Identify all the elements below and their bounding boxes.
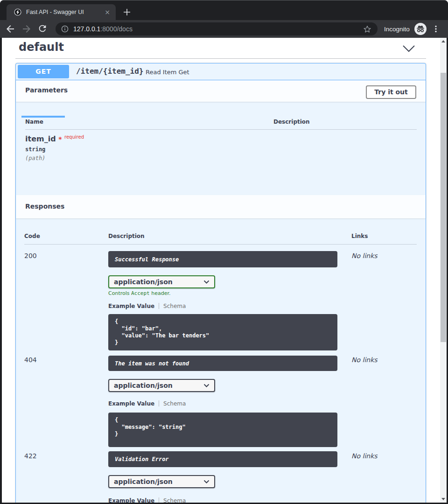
url-path: :8000/docs	[100, 25, 133, 33]
param-table-divider	[25, 129, 417, 130]
resp-col-code: Code	[24, 233, 40, 239]
media-type-select[interactable]: application/json	[108, 379, 215, 392]
example-schema-tabs: Example ValueSchema	[108, 497, 186, 503]
response-code: 200	[24, 252, 37, 259]
http-method-badge: GET	[18, 65, 69, 78]
api-section-title[interactable]: default	[19, 41, 64, 54]
response-description-panel: The item was not found	[108, 356, 337, 371]
required-star: *	[58, 135, 62, 143]
scrollbar-up-arrow-icon[interactable]	[441, 40, 445, 42]
tab-example-value[interactable]: Example Value	[108, 400, 154, 407]
param-name: item_id * required	[25, 134, 84, 143]
tab-schema[interactable]: Schema	[163, 303, 186, 309]
param-col-description: Description	[273, 119, 310, 125]
responses-header-band: Responses	[16, 195, 426, 218]
tab-close-icon[interactable]: ×	[103, 7, 112, 17]
bookmark-star-icon[interactable]	[363, 24, 372, 34]
response-description-panel: Successful Response	[108, 251, 337, 267]
url-text: 127.0.0.1:8000/docs	[73, 25, 133, 33]
browser-toolbar: 127.0.0.1:8000/docs Incognito	[0, 20, 448, 38]
get-operation-block: GET /item/{item_id} Read Item Get Parame…	[15, 63, 426, 503]
resp-col-links: Links	[351, 233, 368, 239]
parameters-active-underline	[21, 116, 65, 118]
tab-schema[interactable]: Schema	[163, 497, 186, 503]
section-collapse-chevron-icon[interactable]	[402, 45, 415, 52]
tab-strip: Fast API - Swagger UI × ×	[0, 0, 448, 20]
response-links: No links	[351, 252, 378, 259]
resp-col-description: Description	[108, 233, 145, 239]
controls-accept-note: Controls Accept header.	[108, 290, 171, 296]
address-bar[interactable]: 127.0.0.1:8000/docs	[56, 22, 378, 35]
select-chevron-icon	[203, 480, 210, 483]
resp-table-divider	[24, 244, 417, 245]
try-it-out-button[interactable]: Try it out	[366, 85, 416, 99]
response-code: 404	[24, 356, 37, 364]
responses-title: Responses	[25, 203, 64, 210]
param-col-name: Name	[25, 119, 43, 125]
browser-window: Fast API - Swagger UI × ×	[0, 0, 448, 504]
url-host: 127.0.0.1	[73, 25, 100, 33]
back-button[interactable]	[5, 23, 16, 35]
response-description-panel: Validation Error	[108, 451, 337, 467]
tab-title: Fast API - Swagger UI	[26, 4, 100, 20]
scrollbar-down-arrow-icon[interactable]	[441, 498, 445, 500]
tab-example-value[interactable]: Example Value	[108, 497, 154, 503]
tab-example-value[interactable]: Example Value	[108, 303, 154, 309]
incognito-icon	[414, 23, 427, 35]
fastapi-favicon-icon	[14, 8, 21, 16]
operation-header[interactable]: GET /item/{item_id} Read Item Get	[16, 63, 426, 80]
example-code-block: { "message": "string" }	[108, 413, 337, 447]
select-chevron-icon	[203, 384, 210, 387]
parameters-header-band: Parameters Try it out	[16, 80, 426, 102]
page-info-icon[interactable]	[61, 25, 69, 33]
media-type-select[interactable]: application/json	[108, 275, 215, 288]
page-scrollbar[interactable]	[440, 38, 447, 503]
browser-menu-button[interactable]	[430, 23, 441, 35]
operation-path: /item/{item_id}	[76, 67, 144, 76]
section-divider	[15, 58, 426, 59]
parameters-title: Parameters	[25, 86, 68, 94]
new-tab-button[interactable]	[121, 7, 133, 18]
response-links: No links	[351, 356, 378, 364]
example-schema-tabs: Example ValueSchema	[108, 400, 186, 407]
swagger-page: default GET /item/{item_id} Read Item Ge…	[2, 38, 440, 503]
param-location: (path)	[25, 155, 45, 161]
example-code-block: { "id": "bar", "value": "The bar tenders…	[108, 314, 337, 350]
scrollbar-thumb[interactable]	[441, 73, 446, 342]
forward-button[interactable]	[21, 23, 32, 35]
browser-tab[interactable]: Fast API - Swagger UI ×	[7, 4, 116, 20]
select-chevron-icon	[203, 280, 210, 284]
reload-button[interactable]	[37, 23, 49, 35]
incognito-label: Incognito	[384, 26, 410, 33]
response-links: No links	[351, 452, 378, 460]
example-schema-tabs: Example ValueSchema	[108, 303, 186, 309]
media-type-select[interactable]: application/json	[108, 475, 215, 488]
operation-summary: Read Item Get	[146, 69, 189, 76]
param-type: string	[25, 146, 45, 153]
required-label: required	[64, 134, 84, 140]
tab-schema[interactable]: Schema	[163, 400, 186, 407]
response-code: 422	[24, 452, 37, 460]
